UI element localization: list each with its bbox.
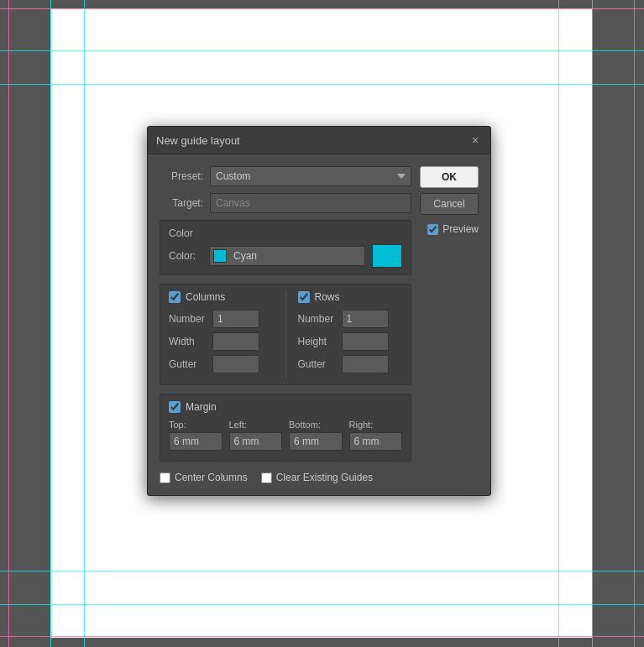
color-select[interactable]: Cyan bbox=[209, 246, 365, 266]
guide-line-v3 bbox=[558, 0, 559, 647]
dialog-content: Preset: Custom Target: Color Color: bbox=[148, 154, 490, 495]
margin-bottom-input[interactable] bbox=[289, 432, 343, 451]
rows-number-label: Number bbox=[298, 313, 342, 325]
center-columns-label: Center Columns bbox=[175, 472, 248, 483]
rows-height-row: Height bbox=[298, 332, 403, 351]
columns-number-input[interactable] bbox=[212, 310, 259, 328]
cancel-button[interactable]: Cancel bbox=[420, 193, 479, 215]
rows-height-label: Height bbox=[298, 336, 342, 347]
guide-line-v1 bbox=[50, 0, 51, 647]
columns-checkbox[interactable] bbox=[169, 291, 181, 303]
margin-left-wrap: Left: bbox=[229, 420, 283, 451]
margin-left-label: Left: bbox=[229, 420, 283, 430]
preview-wrap: Preview bbox=[427, 223, 479, 235]
grid-divider bbox=[285, 291, 286, 378]
preset-select[interactable]: Custom bbox=[210, 166, 411, 186]
columns-number-label: Number bbox=[169, 313, 212, 325]
rows-label: Rows bbox=[315, 291, 340, 303]
preset-row: Preset: Custom bbox=[160, 166, 411, 186]
margin-checkbox[interactable] bbox=[169, 401, 181, 413]
margin-section: Margin Top: Left: Bottom: bbox=[160, 394, 411, 462]
preset-label: Preset: bbox=[160, 170, 210, 182]
rows-gutter-input[interactable] bbox=[342, 355, 389, 373]
color-select-wrap: Cyan bbox=[209, 246, 365, 266]
guide-line-v2 bbox=[84, 0, 85, 647]
rows-number-input[interactable] bbox=[342, 310, 389, 328]
columns-gutter-input[interactable] bbox=[212, 355, 259, 373]
color-preview-swatch[interactable] bbox=[372, 244, 402, 268]
margin-right-label: Right: bbox=[349, 420, 403, 430]
margin-bottom-label: Bottom: bbox=[289, 420, 343, 430]
margin-label: Margin bbox=[186, 401, 217, 413]
columns-number-row: Number bbox=[169, 310, 274, 328]
columns-header: Columns bbox=[169, 291, 274, 303]
rows-gutter-label: Gutter bbox=[298, 358, 342, 370]
rows-gutter-row: Gutter bbox=[298, 355, 403, 373]
margin-top-input[interactable] bbox=[169, 432, 223, 451]
clear-existing-wrap: Clear Existing Guides bbox=[261, 472, 373, 483]
color-section: Color Color: Cyan bbox=[160, 220, 411, 275]
dialog-main: Preset: Custom Target: Color Color: bbox=[148, 154, 423, 495]
rows-height-input[interactable] bbox=[342, 332, 389, 351]
margin-top-label: Top: bbox=[169, 420, 223, 430]
dialog-buttons-panel: OK Cancel Preview bbox=[423, 154, 490, 495]
bottom-checks: Center Columns Clear Existing Guides bbox=[160, 472, 411, 483]
rows-col: Rows Number Height Gutter bbox=[298, 291, 403, 378]
guide-line-pink-h2 bbox=[0, 636, 644, 637]
columns-gutter-row: Gutter bbox=[169, 355, 274, 373]
center-columns-checkbox[interactable] bbox=[160, 472, 170, 483]
ok-button[interactable]: OK bbox=[420, 166, 479, 188]
clear-existing-checkbox[interactable] bbox=[261, 472, 272, 483]
rows-checkbox[interactable] bbox=[298, 291, 310, 303]
close-button[interactable]: × bbox=[469, 133, 482, 147]
columns-width-row: Width bbox=[169, 332, 274, 351]
color-row: Color: Cyan bbox=[169, 244, 402, 268]
margin-fields-row: Top: Left: Bottom: Right: bbox=[169, 420, 402, 451]
margin-right-input[interactable] bbox=[349, 432, 403, 451]
guide-line-h3 bbox=[0, 571, 644, 571]
guide-line-h4 bbox=[0, 604, 644, 605]
margin-left-input[interactable] bbox=[229, 432, 283, 451]
color-section-label: Color bbox=[169, 227, 402, 239]
columns-col: Columns Number Width Gutter bbox=[169, 291, 274, 378]
preview-checkbox[interactable] bbox=[427, 224, 438, 235]
color-field-label: Color: bbox=[169, 250, 202, 262]
clear-existing-label: Clear Existing Guides bbox=[276, 472, 373, 483]
guide-line-pink-h1 bbox=[0, 8, 644, 9]
guide-line-pink-v2 bbox=[634, 0, 635, 647]
margin-right-wrap: Right: bbox=[349, 420, 403, 451]
color-swatch-inline bbox=[213, 249, 227, 263]
columns-gutter-label: Gutter bbox=[169, 358, 212, 370]
new-guide-layout-dialog: New guide layout × Preset: Custom Target… bbox=[147, 126, 491, 496]
columns-width-input[interactable] bbox=[212, 332, 259, 351]
grid-two-col: Columns Number Width Gutter bbox=[169, 291, 402, 378]
dialog-title: New guide layout bbox=[156, 134, 240, 147]
target-label: Target: bbox=[160, 197, 210, 209]
columns-label: Columns bbox=[186, 291, 225, 303]
target-input bbox=[210, 193, 411, 213]
margin-top-wrap: Top: bbox=[169, 420, 223, 451]
margin-bottom-wrap: Bottom: bbox=[289, 420, 343, 451]
guide-line-h2 bbox=[0, 84, 644, 85]
rows-number-row: Number bbox=[298, 310, 403, 328]
preview-label: Preview bbox=[442, 223, 479, 235]
center-columns-wrap: Center Columns bbox=[160, 472, 248, 483]
margin-header: Margin bbox=[169, 401, 402, 413]
guide-line-pink-v1 bbox=[8, 0, 9, 647]
rows-header: Rows bbox=[298, 291, 403, 303]
columns-width-label: Width bbox=[169, 336, 212, 347]
dialog-titlebar: New guide layout × bbox=[148, 127, 490, 154]
target-row: Target: bbox=[160, 193, 411, 213]
guide-line-v4 bbox=[592, 0, 593, 647]
columns-rows-section: Columns Number Width Gutter bbox=[160, 284, 411, 385]
